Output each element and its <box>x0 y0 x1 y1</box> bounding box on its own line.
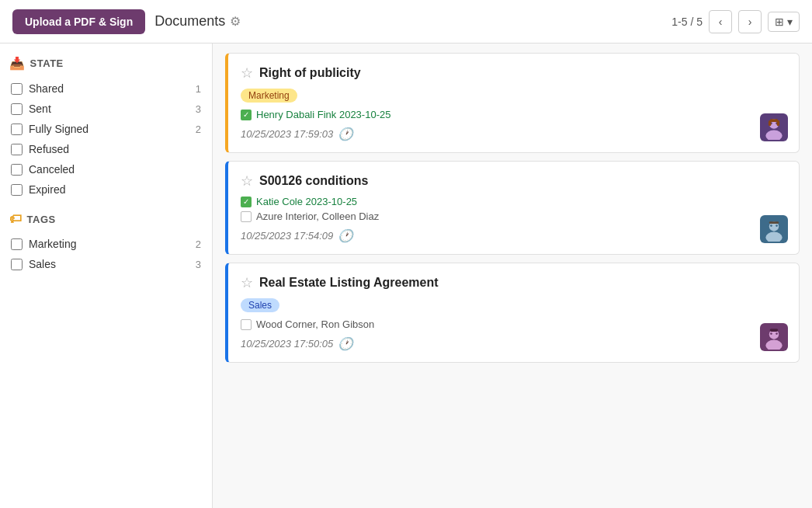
filter-sent[interactable]: Sent 3 <box>9 99 203 119</box>
state-section-header: 📥 STATE <box>9 56 203 71</box>
doc1-footer: 10/25/2023 17:59:03 🕐 <box>241 127 786 141</box>
documents-list: ☆ Right of publicity Marketing Henry Dab… <box>213 43 812 508</box>
sales-count: 3 <box>196 259 201 270</box>
marketing-checkbox[interactable] <box>11 238 23 250</box>
sent-checkbox[interactable] <box>11 103 23 115</box>
shared-checkbox[interactable] <box>11 83 23 95</box>
clock-icon[interactable]: 🕐 <box>338 127 353 141</box>
filter-shared[interactable]: Shared 1 <box>9 78 203 99</box>
svg-rect-7 <box>777 120 780 126</box>
document-card: ☆ S00126 conditions Katie Cole 2023-10-2… <box>225 161 800 255</box>
upload-pdf-button[interactable]: Upload a PDF & Sign <box>12 9 145 34</box>
doc3-avatar <box>760 323 788 351</box>
filter-canceled[interactable]: Canceled <box>9 159 203 179</box>
signer2-signed-checkbox <box>241 197 252 207</box>
doc2-signer1-name: Katie Cole 2023-10-25 <box>256 196 357 207</box>
star-icon[interactable]: ☆ <box>241 172 253 190</box>
filter-expired[interactable]: Expired <box>9 179 203 200</box>
filter-sales[interactable]: Sales 3 <box>9 254 203 274</box>
doc3-footer: 10/25/2023 17:50:05 🕐 <box>241 336 786 351</box>
doc2-signer-row2: Azure Interior, Colleen Diaz <box>241 211 786 222</box>
svg-point-18 <box>776 332 778 335</box>
tags-section-header: 🏷 TAGS <box>9 212 203 226</box>
document-card: ☆ Right of publicity Marketing Henry Dab… <box>225 53 800 153</box>
view-toggle-button[interactable]: ⊞ ▾ <box>768 12 800 32</box>
doc3-timestamp: 10/25/2023 17:50:05 <box>241 338 333 350</box>
doc2-title: S00126 conditions <box>259 174 369 188</box>
shared-count: 1 <box>196 83 201 95</box>
expired-checkbox[interactable] <box>11 184 23 196</box>
signer1-signed-checkbox <box>241 110 252 120</box>
marketing-label: Marketing <box>29 238 189 250</box>
expired-label: Expired <box>29 183 195 196</box>
doc1-timestamp: 10/25/2023 17:59:03 <box>241 128 333 140</box>
doc2-timestamp: 10/25/2023 17:54:09 <box>241 230 333 242</box>
clock-icon[interactable]: 🕐 <box>338 228 353 243</box>
next-page-button[interactable]: › <box>738 10 762 33</box>
canceled-checkbox[interactable] <box>11 164 23 176</box>
doc1-tag-badge[interactable]: Marketing <box>241 89 297 103</box>
svg-rect-19 <box>770 329 779 332</box>
sidebar: 📥 STATE Shared 1 Sent 3 Fully Signed 2 R… <box>0 43 213 508</box>
settings-icon[interactable]: ⚙ <box>230 14 241 29</box>
document-card: ☆ Real Estate Listing Agreement Sales Wo… <box>225 263 800 363</box>
documents-label: Documents <box>154 13 225 30</box>
svg-point-17 <box>770 332 772 335</box>
star-icon[interactable]: ☆ <box>241 274 253 291</box>
doc3-header: ☆ Real Estate Listing Agreement <box>241 274 786 291</box>
doc1-title: Right of publicity <box>259 66 361 80</box>
tag-icon: 🏷 <box>9 212 23 226</box>
signer2-unsigned-checkbox <box>241 211 252 222</box>
svg-point-12 <box>776 224 778 227</box>
sales-checkbox[interactable] <box>11 259 23 270</box>
signer3-unsigned-checkbox <box>241 319 252 330</box>
canceled-label: Canceled <box>29 163 195 176</box>
svg-rect-13 <box>769 221 779 224</box>
doc1-avatar <box>760 113 788 141</box>
doc3-title: Real Estate Listing Agreement <box>259 276 439 290</box>
star-icon[interactable]: ☆ <box>241 64 253 82</box>
inbox-icon: 📥 <box>9 56 26 71</box>
documents-title: Documents ⚙ <box>154 13 241 30</box>
clock-icon[interactable]: 🕐 <box>338 336 353 351</box>
filter-fully-signed[interactable]: Fully Signed 2 <box>9 119 203 139</box>
doc2-avatar <box>760 215 788 243</box>
marketing-count: 2 <box>196 238 201 250</box>
page-range: 1-5 / 5 <box>671 16 703 28</box>
grid-view-icon: ⊞ <box>775 16 784 28</box>
doc2-signer-row1: Katie Cole 2023-10-25 <box>241 196 786 207</box>
body-layout: 📥 STATE Shared 1 Sent 3 Fully Signed 2 R… <box>0 43 812 508</box>
doc2-signer2-name: Azure Interior, Colleen Diaz <box>256 211 379 222</box>
svg-point-11 <box>770 224 772 227</box>
refused-checkbox[interactable] <box>11 144 23 155</box>
header: Upload a PDF & Sign Documents ⚙ 1-5 / 5 … <box>0 0 812 43</box>
tags-section-label: TAGS <box>27 214 56 225</box>
fully-signed-checkbox[interactable] <box>11 124 23 135</box>
doc3-signer1-name: Wood Corner, Ron Gibson <box>256 318 374 330</box>
state-section-label: STATE <box>30 57 64 69</box>
filter-marketing[interactable]: Marketing 2 <box>9 234 203 254</box>
doc3-tag-badge[interactable]: Sales <box>241 298 279 312</box>
doc1-signer-row: Henry Dabali Fink 2023-10-25 <box>241 109 786 120</box>
doc1-header: ☆ Right of publicity <box>241 64 786 82</box>
refused-label: Refused <box>29 143 195 155</box>
filter-refused[interactable]: Refused <box>9 139 203 159</box>
doc2-footer: 10/25/2023 17:54:09 🕐 <box>241 228 786 243</box>
pagination-info: 1-5 / 5 ‹ › ⊞ ▾ <box>671 10 800 33</box>
sent-count: 3 <box>196 103 201 115</box>
fully-signed-count: 2 <box>196 124 201 135</box>
svg-rect-6 <box>769 120 772 126</box>
prev-page-button[interactable]: ‹ <box>709 10 732 33</box>
doc1-signer1-name: Henry Dabali Fink 2023-10-25 <box>256 109 390 120</box>
sent-label: Sent <box>29 103 189 115</box>
sales-label: Sales <box>29 258 189 270</box>
view-dropdown-icon: ▾ <box>787 16 793 28</box>
tags-section: 🏷 TAGS Marketing 2 Sales 3 <box>9 212 203 274</box>
doc3-signer-row: Wood Corner, Ron Gibson <box>241 318 786 330</box>
fully-signed-label: Fully Signed <box>29 123 189 135</box>
shared-label: Shared <box>29 82 189 95</box>
doc2-header: ☆ S00126 conditions <box>241 172 786 190</box>
